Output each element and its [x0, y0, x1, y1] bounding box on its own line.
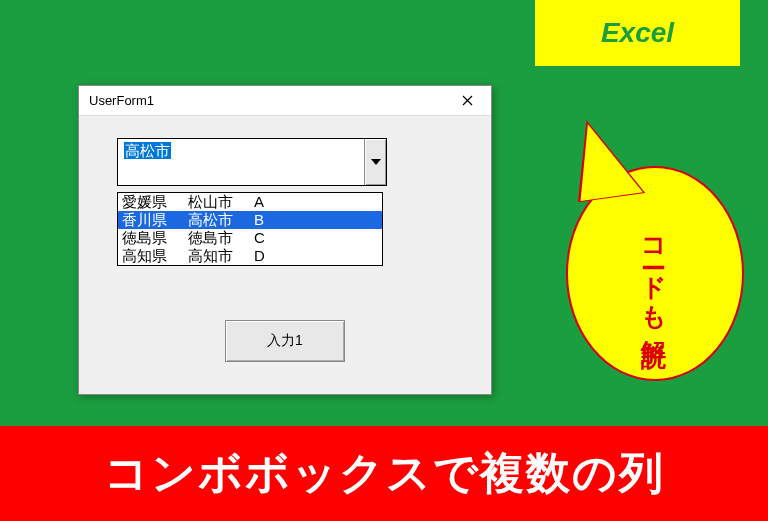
- combobox-option[interactable]: 香川県高松市B: [118, 211, 382, 229]
- option-col1: 徳島県: [122, 229, 188, 247]
- chevron-down-icon: [371, 159, 381, 165]
- combobox-dropdown-button[interactable]: [364, 139, 386, 185]
- userform-window: UserForm1 高松市 愛媛県松山市A香川県高松市B徳島県徳島市C高知県高知…: [78, 85, 492, 395]
- combobox-option[interactable]: 高知県高知市D: [118, 247, 382, 265]
- footer-banner: コンボボックスで複数の列: [0, 426, 768, 521]
- option-col1: 香川県: [122, 211, 188, 229]
- titlebar: UserForm1: [79, 86, 491, 116]
- combobox-option[interactable]: 徳島県徳島市C: [118, 229, 382, 247]
- window-title: UserForm1: [89, 93, 154, 108]
- input-button[interactable]: 入力1: [225, 320, 345, 362]
- combobox-option[interactable]: 愛媛県松山市A: [118, 193, 382, 211]
- close-icon: [462, 95, 473, 106]
- combobox-value: 高松市: [118, 139, 364, 164]
- combobox-input[interactable]: 高松市: [117, 138, 387, 186]
- option-col2: 高松市: [188, 211, 254, 229]
- footer-text: コンボボックスで複数の列: [104, 444, 665, 503]
- bubble-text: コードも解説: [639, 222, 672, 326]
- option-col1: 愛媛県: [122, 193, 188, 211]
- option-col2: 松山市: [188, 193, 254, 211]
- option-col1: 高知県: [122, 247, 188, 265]
- option-col3: D: [254, 247, 378, 265]
- option-col2: 徳島市: [188, 229, 254, 247]
- excel-badge: Excel: [535, 0, 740, 66]
- excel-badge-label: Excel: [601, 17, 674, 49]
- option-col2: 高知市: [188, 247, 254, 265]
- option-col3: C: [254, 229, 378, 247]
- option-col3: A: [254, 193, 378, 211]
- close-button[interactable]: [451, 89, 483, 113]
- combobox[interactable]: 高松市 愛媛県松山市A香川県高松市B徳島県徳島市C高知県高知市D: [117, 138, 387, 186]
- input-button-label: 入力1: [267, 332, 303, 350]
- speech-bubble: コードも解説: [573, 126, 738, 386]
- option-col3: B: [254, 211, 378, 229]
- form-body: 高松市 愛媛県松山市A香川県高松市B徳島県徳島市C高知県高知市D 入力1: [79, 116, 491, 394]
- bubble-tail: [570, 118, 643, 201]
- combobox-dropdown: 愛媛県松山市A香川県高松市B徳島県徳島市C高知県高知市D: [117, 192, 383, 266]
